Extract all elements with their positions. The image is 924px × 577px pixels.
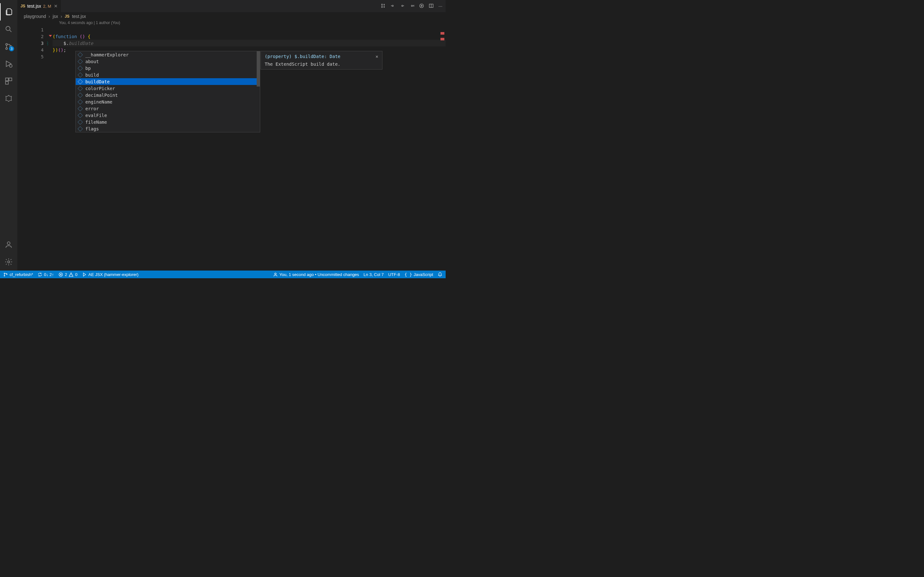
status-branch[interactable]: cf_refurbish* [3,272,33,277]
svg-rect-7 [5,81,8,84]
marker-error [441,32,444,35]
svg-rect-5 [5,78,8,81]
editor[interactable]: 1 2 (function () { 3 $.buildDate 4 })();… [17,26,446,271]
suggest-item[interactable]: engineName [76,98,260,105]
compare-changes-icon[interactable] [381,3,386,9]
nav-last-icon[interactable] [409,3,415,9]
status-problems[interactable]: 2 0 [58,272,78,277]
status-encoding[interactable]: UTF-8 [388,272,400,277]
svg-point-4 [9,64,12,67]
extra-icon[interactable] [0,90,17,107]
tab-filename: test.jsx [27,3,41,9]
explorer-icon[interactable] [0,3,17,21]
suggest-label: colorPicker [86,86,115,91]
status-bell-icon[interactable] [438,272,443,277]
status-runner[interactable]: AE JSX (hammer-explorer) [82,272,139,277]
doc-signature: (property) $.buildDate: Date [265,54,341,59]
suggest-item[interactable]: error [76,105,260,112]
source-control-icon[interactable]: 3 [0,38,17,55]
nav-next-icon[interactable] [400,3,405,9]
close-icon[interactable]: ✕ [54,3,58,9]
search-icon[interactable] [0,21,17,38]
line-number: 2 [17,34,53,39]
svg-point-21 [275,273,276,274]
suggest-item[interactable]: evalFile [76,112,260,119]
svg-point-8 [7,242,10,245]
suggest-item[interactable]: decimalPoint [76,92,260,98]
suggest-label: evalFile [86,113,107,118]
property-icon [78,59,83,64]
tab-bar: JS test.jsx 2, M ✕ ··· [17,0,446,12]
suggest-label: __hammerExplorer [86,52,129,57]
property-icon [78,99,83,105]
svg-point-9 [8,261,10,263]
file-icon-js: JS [21,4,25,8]
suggest-widget[interactable]: __hammerExploreraboutbpbuildbuildDatecol… [75,51,260,132]
extensions-icon[interactable] [0,73,17,90]
suggest-label: fileName [86,119,107,125]
codelens-blame[interactable]: You, 4 seconds ago | 1 author (You) [17,21,446,26]
tab-test-jsx[interactable]: JS test.jsx 2, M ✕ [17,0,61,12]
run-icon[interactable] [419,3,424,9]
chevron-right-icon: › [61,14,62,19]
property-icon [78,113,83,118]
breadcrumb[interactable]: playground › jsx › JS test.jsx [17,12,446,21]
scrollbar[interactable] [257,51,260,87]
property-icon [78,119,83,125]
doc-description: The ExtendScript build date. [265,61,378,67]
svg-point-14 [411,5,413,6]
status-blame[interactable]: You, 1 second ago • Uncommitted changes [273,272,359,277]
suggest-label: engineName [86,99,112,105]
property-icon [78,126,83,131]
breadcrumb-item[interactable]: jsx [53,14,58,19]
suggest-item[interactable]: bp [76,65,260,71]
svg-point-13 [402,5,403,6]
status-sync[interactable]: 0↓ 2↑ [37,272,54,277]
svg-point-12 [392,5,393,6]
split-editor-icon[interactable] [429,3,434,9]
editor-actions: ··· [381,3,446,9]
svg-point-1 [6,44,7,45]
svg-point-15 [420,4,423,8]
line-number: 1 [17,27,53,32]
status-bar: cf_refurbish* 0↓ 2↑ 2 0 AE JSX (hammer-e… [0,271,446,278]
close-icon[interactable]: ✕ [376,54,378,59]
suggest-item[interactable]: colorPicker [76,85,260,92]
suggest-item[interactable]: fileName [76,119,260,125]
breadcrumb-item[interactable]: playground [24,14,46,19]
nav-prev-icon[interactable] [390,3,395,9]
property-icon [78,73,83,77]
run-debug-icon[interactable] [0,55,17,73]
property-icon [78,86,83,91]
error-marker-icon [49,35,52,37]
suggest-item[interactable]: __hammerExplorer [76,51,260,58]
suggest-label: flags [86,126,99,131]
status-language[interactable]: { } JavaScript [405,272,433,277]
settings-gear-icon[interactable] [0,253,17,271]
more-actions-icon[interactable]: ··· [438,3,443,9]
svg-point-2 [6,48,7,49]
change-marker-icon [47,41,48,45]
accounts-icon[interactable] [0,236,17,253]
file-icon-js: JS [65,14,69,19]
suggest-item[interactable]: buildDate [76,78,260,85]
suggest-label: bp [86,66,91,71]
suggest-label: error [86,106,99,111]
suggest-item[interactable]: flags [76,125,260,132]
chevron-right-icon: › [48,14,50,19]
breadcrumb-file[interactable]: test.jsx [72,14,86,19]
suggest-item[interactable]: about [76,58,260,65]
suggestion-docs: (property) $.buildDate: Date ✕ The Exten… [260,51,383,69]
svg-point-17 [4,273,5,274]
property-icon [78,52,83,57]
svg-point-10 [381,4,383,5]
suggest-item[interactable]: build [76,71,260,78]
status-cursor-position[interactable]: Ln 3, Col 7 [363,272,384,277]
svg-point-18 [4,276,5,276]
suggest-label: about [86,59,99,64]
line-number: 4 [17,47,53,53]
marker-error [441,38,444,40]
suggest-label: decimalPoint [86,93,118,98]
svg-point-11 [381,6,383,7]
property-icon [78,66,83,71]
